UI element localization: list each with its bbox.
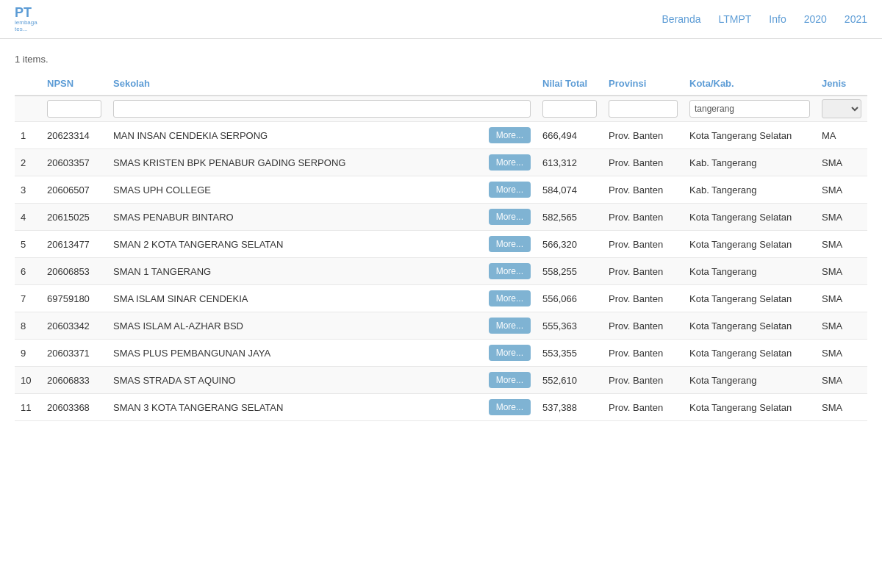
filter-nilai[interactable]	[537, 96, 603, 122]
cell-no: 4	[15, 204, 41, 231]
table-header-row: NPSNSekolahNilai TotalProvinsiKota/Kab.J…	[15, 72, 867, 96]
cell-jenis: SMA	[816, 258, 867, 285]
cell-no: 7	[15, 285, 41, 312]
school-name: SMA ISLAM SINAR CENDEKIA	[113, 293, 483, 304]
filter-provinsi[interactable]	[603, 96, 684, 122]
cell-kota: Kota Tangerang Selatan	[684, 394, 816, 421]
cell-npsn: 69759180	[41, 285, 107, 312]
filter-npsn-input[interactable]	[47, 100, 101, 118]
cell-no: 8	[15, 312, 41, 340]
logo-sub: lembaga tes...	[15, 19, 44, 32]
col-header-no	[15, 72, 41, 96]
cell-kota: Kota Tangerang Selatan	[684, 340, 816, 367]
main-content: 1 items. NPSNSekolahNilai TotalProvinsiK…	[0, 39, 882, 436]
logo-pt: PT	[15, 6, 44, 19]
more-button[interactable]: More...	[489, 345, 531, 361]
col-header-sekolah: Sekolah	[107, 72, 537, 96]
nav-link-ltmpt[interactable]: LTMPT	[718, 13, 751, 25]
more-button[interactable]: More...	[489, 236, 531, 252]
col-header-kota: Kota/Kab.	[684, 72, 816, 96]
cell-no: 2	[15, 149, 41, 176]
cell-nilai: 613,312	[537, 149, 603, 176]
cell-jenis: MA	[816, 122, 867, 149]
cell-no: 3	[15, 176, 41, 204]
cell-provinsi: Prov. Banten	[603, 122, 684, 149]
cell-npsn: 20606507	[41, 176, 107, 204]
table-row: 620606853SMAN 1 TANGERANGMore...558,255P…	[15, 258, 867, 285]
cell-npsn: 20615025	[41, 204, 107, 231]
cell-sekolah: SMAN 3 KOTA TANGERANG SELATANMore...	[107, 394, 537, 421]
cell-provinsi: Prov. Banten	[603, 340, 684, 367]
cell-nilai: 537,388	[537, 394, 603, 421]
filter-jenis[interactable]: SMA MA SMK	[816, 96, 867, 122]
cell-sekolah: SMAS ISLAM AL-AZHAR BSDMore...	[107, 312, 537, 340]
cell-provinsi: Prov. Banten	[603, 176, 684, 204]
cell-kota: Kota Tangerang Selatan	[684, 312, 816, 340]
nav-link-beranda[interactable]: Beranda	[662, 13, 701, 25]
cell-no: 6	[15, 258, 41, 285]
cell-sekolah: SMAS UPH COLLEGEMore...	[107, 176, 537, 204]
filter-npsn[interactable]	[41, 96, 107, 122]
more-button[interactable]: More...	[489, 399, 531, 415]
cell-provinsi: Prov. Banten	[603, 204, 684, 231]
cell-kota: Kota Tangerang	[684, 367, 816, 394]
cell-kota: Kota Tangerang Selatan	[684, 285, 816, 312]
cell-npsn: 20623314	[41, 122, 107, 149]
cell-provinsi: Prov. Banten	[603, 231, 684, 258]
cell-sekolah: SMAS STRADA ST AQUINOMore...	[107, 367, 537, 394]
cell-nilai: 555,363	[537, 312, 603, 340]
filter-kota[interactable]	[684, 96, 816, 122]
nav-link-2021[interactable]: 2021	[845, 13, 867, 25]
more-button[interactable]: More...	[489, 182, 531, 198]
cell-kota: Kota Tangerang Selatan	[684, 231, 816, 258]
cell-provinsi: Prov. Banten	[603, 394, 684, 421]
more-button[interactable]: More...	[489, 154, 531, 171]
school-name: SMAS PLUS PEMBANGUNAN JAYA	[113, 348, 483, 359]
cell-provinsi: Prov. Banten	[603, 149, 684, 176]
table-row: 320606507SMAS UPH COLLEGEMore...584,074P…	[15, 176, 867, 204]
table-row: 520613477SMAN 2 KOTA TANGERANG SELATANMo…	[15, 231, 867, 258]
school-name: SMAS KRISTEN BPK PENABUR GADING SERPONG	[113, 157, 483, 168]
nav-link-info[interactable]: Info	[769, 13, 786, 25]
cell-npsn: 20603342	[41, 312, 107, 340]
item-count: 1 items.	[15, 54, 867, 65]
header: PT lembaga tes... BerandaLTMPTInfo202020…	[0, 0, 882, 39]
more-button[interactable]: More...	[489, 209, 531, 225]
cell-sekolah: SMAN 2 KOTA TANGERANG SELATANMore...	[107, 231, 537, 258]
cell-sekolah: SMAS KRISTEN BPK PENABUR GADING SERPONGM…	[107, 149, 537, 176]
more-button[interactable]: More...	[489, 372, 531, 388]
cell-sekolah: SMAS PLUS PEMBANGUNAN JAYAMore...	[107, 340, 537, 367]
col-header-provinsi: Provinsi	[603, 72, 684, 96]
col-header-jenis: Jenis	[816, 72, 867, 96]
more-button[interactable]: More...	[489, 127, 531, 143]
filter-nilai-input[interactable]	[542, 100, 597, 118]
filter-sekolah[interactable]	[107, 96, 537, 122]
filter-jenis-select[interactable]: SMA MA SMK	[822, 99, 861, 118]
cell-no: 1	[15, 122, 41, 149]
filter-provinsi-input[interactable]	[609, 100, 678, 118]
nav: BerandaLTMPTInfo20202021	[662, 13, 867, 25]
more-button[interactable]: More...	[489, 318, 531, 334]
cell-npsn: 20603357	[41, 149, 107, 176]
logo-area: PT lembaga tes...	[15, 6, 44, 32]
filter-sekolah-input[interactable]	[113, 100, 531, 118]
table-body: 120623314MAN INSAN CENDEKIA SERPONGMore.…	[15, 122, 867, 421]
table-row: 820603342SMAS ISLAM AL-AZHAR BSDMore...5…	[15, 312, 867, 340]
cell-nilai: 566,320	[537, 231, 603, 258]
cell-nilai: 584,074	[537, 176, 603, 204]
cell-nilai: 556,066	[537, 285, 603, 312]
more-button[interactable]: More...	[489, 263, 531, 279]
table-row: 1120603368SMAN 3 KOTA TANGERANG SELATANM…	[15, 394, 867, 421]
cell-kota: Kota Tangerang Selatan	[684, 122, 816, 149]
cell-jenis: SMA	[816, 340, 867, 367]
school-name: SMAN 2 KOTA TANGERANG SELATAN	[113, 239, 483, 250]
more-button[interactable]: More...	[489, 290, 531, 306]
filter-kota-input[interactable]	[689, 100, 810, 118]
nav-link-2020[interactable]: 2020	[804, 13, 827, 25]
cell-jenis: SMA	[816, 204, 867, 231]
cell-provinsi: Prov. Banten	[603, 258, 684, 285]
filter-row[interactable]: SMA MA SMK	[15, 96, 867, 122]
col-header-nilai: Nilai Total	[537, 72, 603, 96]
cell-nilai: 666,494	[537, 122, 603, 149]
cell-kota: Kab. Tangerang	[684, 149, 816, 176]
